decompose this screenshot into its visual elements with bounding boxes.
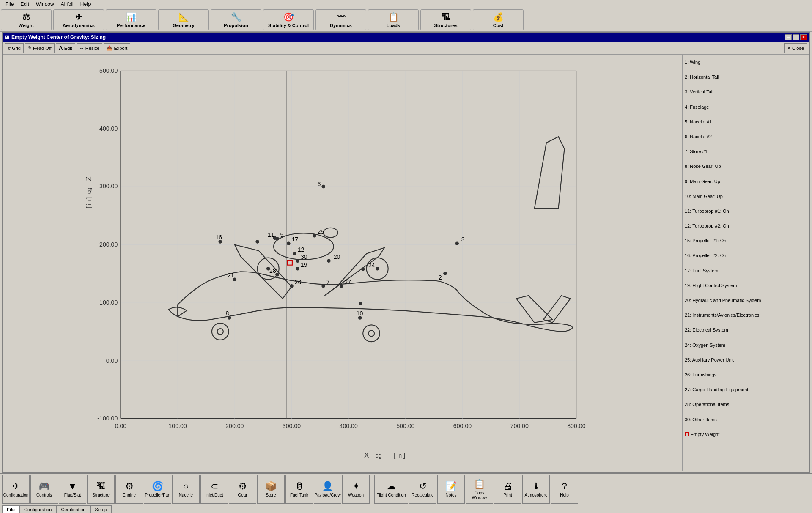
pt3 xyxy=(455,241,459,245)
legend-22: 22: Electrical System xyxy=(685,326,807,334)
close-button[interactable]: ✕ xyxy=(800,34,807,40)
lbl20: 20 xyxy=(334,253,340,260)
pt7 xyxy=(321,284,325,288)
payload-crew-icon: 👤 xyxy=(322,481,333,492)
y-tick-0: 0.00 xyxy=(106,357,118,364)
close-inner-button[interactable]: ✕ Close xyxy=(784,43,807,53)
recalculate-button[interactable]: ↺ Recalculate xyxy=(409,475,436,504)
configuration-icon: ✈ xyxy=(12,481,20,492)
minimize-button[interactable]: ─ xyxy=(785,34,792,40)
propeller-fan-button[interactable]: 🌀 Propeller/Fan xyxy=(144,475,171,504)
notes-label: Notes xyxy=(445,493,456,497)
maximize-button[interactable]: □ xyxy=(793,34,799,40)
performance-button[interactable]: 📊 Performance xyxy=(106,9,156,30)
propulsion-button[interactable]: 🔧 Propulsion xyxy=(211,9,261,30)
structure-button[interactable]: 🏗 Structure xyxy=(87,475,115,504)
lbl2: 2 xyxy=(439,274,442,281)
weapon-button[interactable]: ✦ Weapon xyxy=(342,475,370,504)
weight-button[interactable]: ⚖ Weight xyxy=(1,9,52,30)
tab-certification[interactable]: Certification xyxy=(56,505,90,513)
x-axis-sub: cg xyxy=(376,452,382,459)
weapon-icon: ✦ xyxy=(352,481,360,492)
tab-file[interactable]: File xyxy=(2,505,19,513)
copy-window-button[interactable]: 📋 Copy Window xyxy=(466,475,493,504)
engine-button[interactable]: ⚙ Engine xyxy=(115,475,143,504)
aerodynamics-button[interactable]: ✈ Aerodynamics xyxy=(53,9,104,30)
notes-button[interactable]: 📝 Notes xyxy=(437,475,465,504)
tab-configuration[interactable]: Configuration xyxy=(19,505,56,513)
nacelle-button[interactable]: ○ Nacelle xyxy=(172,475,200,504)
store-button[interactable]: 📦 Store xyxy=(257,475,285,504)
controls-button[interactable]: 🎮 Controls xyxy=(30,475,58,504)
gear-label: Gear xyxy=(238,493,247,497)
aerodynamics-icon: ✈ xyxy=(75,12,82,22)
x-tick-300: 300.00 xyxy=(283,422,301,429)
configuration-button[interactable]: ✈ Configuration xyxy=(2,475,30,504)
gear-button[interactable]: ⚙ Gear xyxy=(229,475,256,504)
lbl24: 24 xyxy=(368,262,375,269)
legend-9: 9: Main Gear: Up xyxy=(685,178,807,186)
aircraft-vtail xyxy=(535,137,565,208)
atmosphere-button[interactable]: 🌡 Atmosphere xyxy=(522,475,550,504)
flap-slat-button[interactable]: ▼ Flap/Slat xyxy=(59,475,86,504)
dynamics-label: Dynamics xyxy=(330,23,352,28)
y-tick-500: 500.00 xyxy=(99,67,118,74)
y-tick-minus100: -100.00 xyxy=(97,415,118,422)
tab-setup[interactable]: Setup xyxy=(90,505,112,513)
legend-empty-weight: Empty Weight xyxy=(685,431,807,439)
legend-30: 30: Other Items xyxy=(685,416,807,424)
legend-25: 25: Auxiliary Power Unit xyxy=(685,357,807,364)
geometry-button[interactable]: 📐 Geometry xyxy=(158,9,209,30)
help-button[interactable]: ? Help xyxy=(551,475,578,504)
fuel-tank-button[interactable]: 🛢 Fuel Tank xyxy=(285,475,313,504)
nacelle2-detail xyxy=(324,228,338,238)
legend-16: 16: Propeller #2: On xyxy=(685,252,807,260)
inlet-duct-button[interactable]: ⊂ Inlet/Duct xyxy=(200,475,228,504)
structures-button[interactable]: 🏗 Structures xyxy=(420,9,471,30)
store-label: Store xyxy=(266,493,276,497)
structures-icon: 🏗 xyxy=(442,12,450,22)
legend-1: 1: Wing xyxy=(685,59,807,66)
grid-icon: # xyxy=(8,46,11,51)
notes-icon: 📝 xyxy=(445,481,457,492)
menu-window[interactable]: Window xyxy=(33,0,58,8)
flight-condition-button[interactable]: ☁ Flight Condition xyxy=(374,475,408,504)
lbl3: 3 xyxy=(461,236,465,243)
stability-button[interactable]: 🎯 Stability & Control xyxy=(263,9,314,30)
flight-condition-icon: ☁ xyxy=(387,481,396,492)
legend-12: 12: Turboprop #2: On xyxy=(685,222,807,230)
structure-icon: 🏗 xyxy=(96,481,106,492)
menu-airfoil[interactable]: Airfoil xyxy=(58,0,77,8)
readoff-button[interactable]: ✎ Read Off xyxy=(25,43,55,53)
menu-help[interactable]: Help xyxy=(77,0,94,8)
menu-edit[interactable]: Edit xyxy=(17,0,33,8)
nacelle-icon: ○ xyxy=(183,481,189,492)
menu-file[interactable]: File xyxy=(2,0,17,8)
loads-button[interactable]: 📋 Loads xyxy=(368,9,419,30)
y-axis-label: Z xyxy=(85,176,93,181)
payload-crew-button[interactable]: 👤 Payload/Crew xyxy=(314,475,341,504)
edit-button[interactable]: A Edit xyxy=(56,43,75,53)
x-tick-0: 0.00 xyxy=(115,422,127,429)
export-button[interactable]: 📤 Export xyxy=(104,43,130,53)
structure-label: Structure xyxy=(92,493,110,497)
structures-label: Structures xyxy=(434,23,457,28)
y-axis-unit: cg xyxy=(85,187,92,194)
close-inner-icon: ✕ xyxy=(787,45,791,51)
print-button[interactable]: 🖨 Print xyxy=(494,475,521,504)
lbl16: 16 xyxy=(215,234,222,241)
performance-label: Performance xyxy=(117,23,145,28)
cost-button[interactable]: 💰 Cost xyxy=(473,9,524,30)
dynamics-button[interactable]: 〰 Dynamics xyxy=(315,9,366,30)
main-window: ⊞ Empty Weight Center of Gravity: Sizing… xyxy=(2,32,810,473)
stability-icon: 🎯 xyxy=(283,12,294,22)
bottom-tabs: File Configuration Certification Setup xyxy=(0,505,812,513)
grid-button[interactable]: # Grid xyxy=(5,43,24,53)
propeller-fan-icon: 🌀 xyxy=(152,481,163,492)
aircraft-htail xyxy=(516,296,552,323)
engine-label: Engine xyxy=(123,493,136,497)
resize-button[interactable]: ↔ Resize xyxy=(77,43,103,53)
legend-20: 20: Hydraulic and Pneumatic System xyxy=(685,297,807,305)
stability-label: Stability & Control xyxy=(268,23,309,28)
toolbar-separator xyxy=(372,477,372,502)
